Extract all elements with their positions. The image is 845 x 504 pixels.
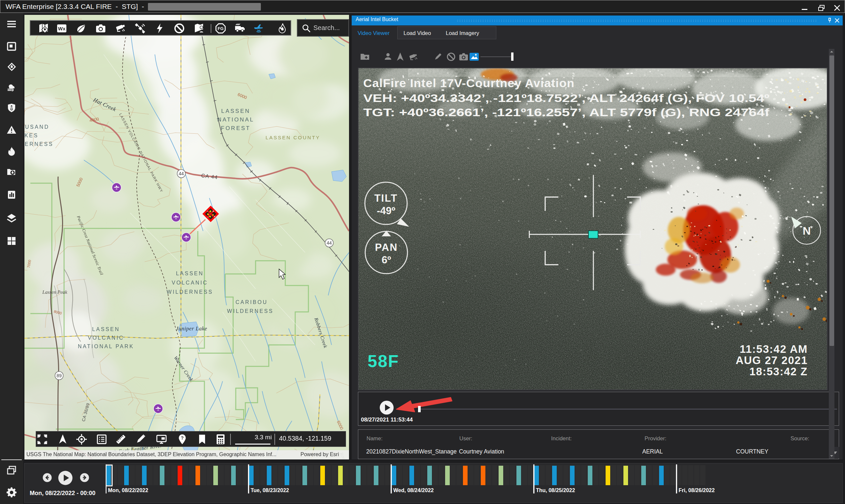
- svg-text:CalFire Intel 17V-Courtney Avi: CalFire Intel 17V-Courtney Aviation: [363, 76, 575, 89]
- svg-text:TGT: +40º36.2661’, -121º16: TGT: +40º36.2661’, -121º16.2557’, ALT 57…: [363, 106, 770, 119]
- svg-text:NATIONAL PARK: NATIONAL PARK: [78, 344, 135, 349]
- svg-text:LASSEN: LASSEN: [92, 326, 120, 332]
- svg-text:6º: 6º: [382, 254, 391, 266]
- svg-text:89: 89: [56, 373, 62, 378]
- svg-text:DERNESS: DERNESS: [24, 141, 53, 147]
- svg-text:44: 44: [327, 240, 332, 246]
- svg-text:LASSEN COUNTY: LASSEN COUNTY: [265, 135, 320, 140]
- svg-text:11:53:42 AM: 11:53:42 AM: [740, 343, 808, 355]
- svg-text:Juniper Lake: Juniper Lake: [176, 325, 207, 332]
- svg-text:TILT: TILT: [374, 193, 398, 204]
- svg-text:AUG 27 2021: AUG 27 2021: [736, 354, 808, 366]
- svg-text:N: N: [803, 224, 811, 237]
- svg-text:?: ?: [181, 435, 184, 440]
- svg-text:Fri, 08/26/2022: Fri, 08/26/2022: [679, 487, 715, 493]
- svg-text:AKES: AKES: [24, 133, 39, 138]
- svg-text:Tue, 08/23/2022: Tue, 08/23/2022: [251, 487, 289, 493]
- svg-text:-49º: -49º: [377, 205, 395, 217]
- svg-text:LASSEN: LASSEN: [176, 271, 204, 276]
- svg-text:Thu, 08/25/2022: Thu, 08/25/2022: [536, 487, 575, 493]
- svg-text:WILDERNESS: WILDERNESS: [227, 308, 274, 314]
- svg-text:PAN: PAN: [375, 241, 398, 253]
- svg-text:VOLCANIC: VOLCANIC: [172, 280, 208, 286]
- svg-text:Lassen Peak: Lassen Peak: [42, 289, 67, 295]
- svg-text:FG: FG: [217, 26, 224, 31]
- svg-text:VEH: +40º34.3342’, -121º18: VEH: +40º34.3342’, -121º18.7522’, ALT 24…: [363, 92, 769, 104]
- svg-text:OUSAND: OUSAND: [24, 124, 49, 130]
- svg-text:Wx: Wx: [58, 26, 66, 31]
- svg-text:18:53:42 Z: 18:53:42 Z: [750, 365, 808, 378]
- svg-text:FOREST: FOREST: [221, 125, 251, 131]
- svg-text:CARIBOU: CARIBOU: [235, 299, 267, 305]
- svg-text:NATIONAL: NATIONAL: [217, 116, 254, 123]
- svg-text:58F: 58F: [368, 352, 399, 371]
- svg-text:44: 44: [179, 171, 184, 176]
- svg-text:LASSEN: LASSEN: [221, 108, 250, 114]
- svg-text:WILDERNESS: WILDERNESS: [167, 289, 213, 295]
- svg-text:Wed, 08/24/2022: Wed, 08/24/2022: [393, 487, 434, 493]
- svg-text:Mon, 08/22/2022: Mon, 08/22/2022: [108, 487, 148, 493]
- svg-text:VOLCANIC: VOLCANIC: [88, 335, 124, 341]
